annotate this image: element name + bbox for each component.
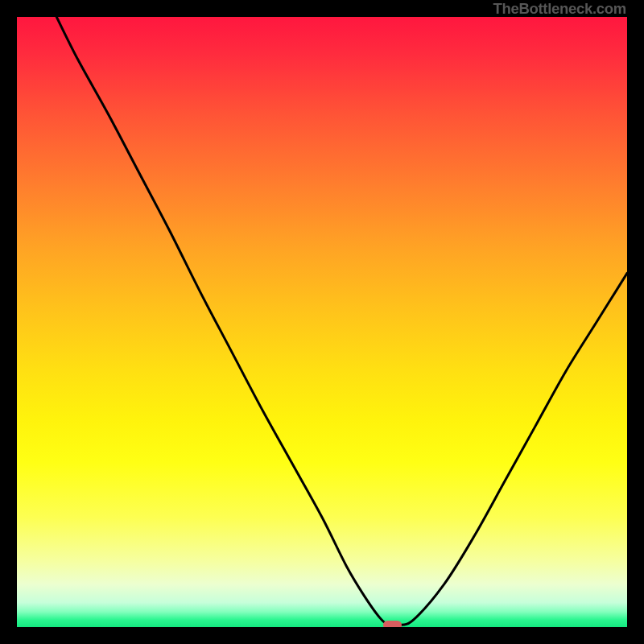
chart-frame: TheBottleneck.com xyxy=(0,0,644,644)
plot-area xyxy=(17,17,627,627)
minimum-marker xyxy=(383,621,402,627)
curve-svg xyxy=(17,17,627,627)
bottleneck-curve xyxy=(56,17,627,626)
watermark-text: TheBottleneck.com xyxy=(493,0,626,18)
